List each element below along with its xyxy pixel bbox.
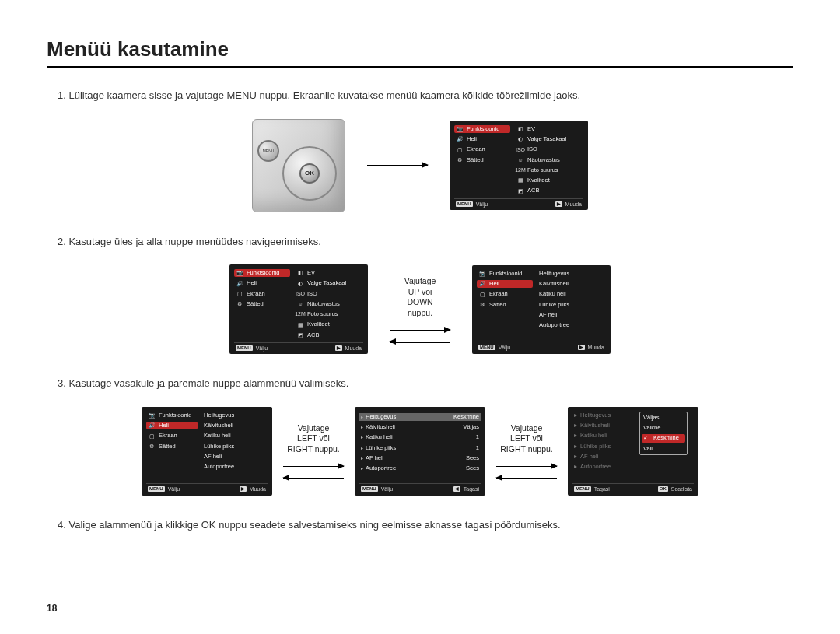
wb-icon: ◐ xyxy=(296,280,304,286)
menu-badge: MENU xyxy=(574,486,591,492)
option-label: Keskmine xyxy=(653,435,679,441)
footer-back: Tagasi xyxy=(464,486,479,492)
kv-key-dim: ▸Lühike piiks xyxy=(572,443,635,450)
footer-exit: Välju xyxy=(381,486,394,492)
submenu-item: AF heli xyxy=(537,311,606,319)
gear-icon: ⚙ xyxy=(478,302,486,308)
footer-exit: Välju xyxy=(499,345,511,351)
kv-key: Autoportree xyxy=(580,464,611,470)
footer-exit: Välju xyxy=(476,201,488,208)
lcd-heli-sub: 📷Funktsioonid 🔊Heli ▢Ekraan ⚙Sätted Heli… xyxy=(142,407,272,496)
submenu-ev: ◧EV xyxy=(515,125,583,133)
menu-item: ▢Ekraan xyxy=(146,432,198,440)
submenu-label: Autoportree xyxy=(204,464,234,470)
step-4: 4. Valige alammenüü ja klikkige OK nuppu… xyxy=(58,517,793,533)
screen-icon: ▢ xyxy=(456,146,464,152)
kv-key-dim: ▸Helitugevus xyxy=(572,412,635,419)
kv-val: Sees xyxy=(466,465,479,471)
step-3: 3. Kasutage vasakule ja paremale nuppe a… xyxy=(58,376,793,391)
footer-change: Muuda xyxy=(345,345,362,352)
submenu-quality: ▦Kvaliteet xyxy=(515,177,583,184)
footer-change: Muuda xyxy=(250,486,266,492)
lcd-main-menu: 📷Funktsioonid 🔊Heli ▢Ekraan ⚙Sätted ◧EV … xyxy=(450,121,588,210)
menu-item: 🔊Heli xyxy=(234,279,290,287)
kv-row: ▸AF heliSees xyxy=(359,454,481,462)
submenu-label: Helitugevus xyxy=(204,412,234,419)
menu-label: Ekraan xyxy=(247,291,265,297)
acb-icon: ◩ xyxy=(516,187,524,194)
menu-label: Funktsioonid xyxy=(467,126,500,132)
submenu-label: Katiku heli xyxy=(204,433,231,439)
menu-label: Heli xyxy=(467,136,477,142)
camera-dpad: OK xyxy=(282,146,337,201)
row-step1-figures: MENU DISP OK 📷Funktsioonid 🔊Heli ▢Ekraan… xyxy=(47,119,793,212)
face-icon: ☺ xyxy=(296,301,304,307)
option-label: Vaikne xyxy=(643,425,660,431)
kv-key-dim: ▸Katiku heli xyxy=(572,432,635,440)
option-item-selected: ✓Keskmine xyxy=(642,434,685,442)
play-icon: ▶ xyxy=(555,201,562,207)
play-icon: ▶ xyxy=(578,345,585,350)
submenu-item: ▦Kvaliteet xyxy=(295,321,363,328)
sound-icon: 🔊 xyxy=(478,281,486,287)
camera-menu-button: MENU xyxy=(257,140,279,162)
menu-badge: MENU xyxy=(236,345,253,351)
menu-item: 📷Funktsioonid xyxy=(146,412,198,419)
screen-icon: ▢ xyxy=(478,292,486,298)
footer-exit: Välju xyxy=(256,345,268,352)
camera-ok-button: OK xyxy=(299,163,320,184)
kv-key: Käivitusheli xyxy=(366,423,395,430)
submenu-label: Kvaliteet xyxy=(307,321,330,328)
screen-icon: ▢ xyxy=(236,291,243,297)
submenu-label: ISO xyxy=(527,146,537,152)
kv-row-selected: ▸HelitugevusKeskmine xyxy=(359,413,481,421)
arrow-group xyxy=(362,165,432,166)
submenu-item: Helitugevus xyxy=(537,270,606,278)
menu-item-selected: 🔊Heli xyxy=(146,422,198,429)
submenu-label: Valge Tasakaal xyxy=(307,280,346,286)
iso-icon: ISO xyxy=(296,291,304,297)
ok-badge: OK xyxy=(658,486,668,492)
caption-updown: Vajutage UP või DOWN nuppu. xyxy=(404,276,436,319)
quality-icon: ▦ xyxy=(296,321,304,328)
submenu-label: Helitugevus xyxy=(539,271,569,277)
submenu-item: Helitugevus xyxy=(202,412,268,419)
submenu-item: Käivitusheli xyxy=(202,422,268,429)
menu-label: Sätted xyxy=(247,301,264,307)
quality-icon: ▦ xyxy=(516,177,524,184)
row-step2-figures: 📷Funktsioonid 🔊Heli ▢Ekraan ⚙Sätted ◧EV … xyxy=(47,264,793,354)
submenu-acb: ◩ACB xyxy=(515,187,583,194)
kv-key: Helitugevus xyxy=(580,412,611,419)
left-icon: ◀ xyxy=(453,486,460,492)
kv-key: Lühike piiks xyxy=(366,444,396,451)
kv-key-dim: ▸AF heli xyxy=(572,453,635,461)
submenu-item: Lühike piiks xyxy=(202,443,268,450)
ev-icon: ◧ xyxy=(516,126,524,132)
submenu-label: ACB xyxy=(307,332,319,338)
camera-icon: 📷 xyxy=(236,270,243,276)
iso-icon: ISO xyxy=(516,146,524,152)
submenu-label: Lühike piiks xyxy=(539,302,569,308)
submenu-label: AF heli xyxy=(539,312,557,318)
submenu-label: Lühike piiks xyxy=(204,443,234,450)
kv-key: Autoportree xyxy=(366,464,396,471)
camera-icon: 📷 xyxy=(148,412,156,419)
caption-leftright: Vajutage LEFT või RIGHT nuppu. xyxy=(500,423,553,455)
option-label: Väljas xyxy=(643,415,659,421)
menu-item-ekraan: ▢Ekraan xyxy=(454,145,510,153)
face-icon: ☺ xyxy=(516,157,524,163)
menu-item: ⚙Sätted xyxy=(234,300,290,308)
menu-label: Ekraan xyxy=(467,146,485,152)
menu-item: ▢Ekraan xyxy=(234,290,290,298)
menu-item-satted: ⚙Sätted xyxy=(454,156,510,164)
kv-val: Väljas xyxy=(464,424,479,430)
kv-val: Sees xyxy=(466,455,479,461)
kv-val: 1 xyxy=(476,434,479,440)
kv-key: Käivitusheli xyxy=(580,422,610,429)
submenu-label: Foto suurus xyxy=(307,311,338,317)
submenu-item: Katiku heli xyxy=(202,432,268,440)
footer-change: Muuda xyxy=(565,201,582,208)
arrow-left-icon xyxy=(283,478,344,479)
menu-item: ⚙Sätted xyxy=(477,301,533,309)
submenu-label: Näotuvastus xyxy=(307,301,340,307)
